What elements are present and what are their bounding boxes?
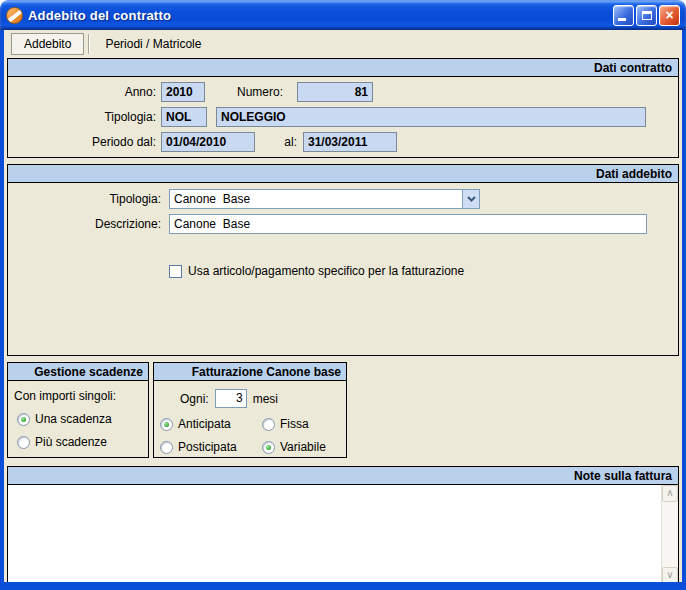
close-icon: × xyxy=(660,6,679,25)
window-controls: × xyxy=(613,5,680,26)
chevron-up-icon: ∧ xyxy=(666,487,673,498)
numero-field: 81 xyxy=(297,82,373,102)
bottom-boxes-row: Gestione scadenze Con importi singoli: U… xyxy=(7,362,679,458)
group-header-dati-contratto: Dati contratto xyxy=(8,59,678,77)
con-importi-singoli-label: Con importi singoli: xyxy=(14,389,144,403)
scroll-up-button[interactable]: ∧ xyxy=(662,485,678,502)
variabile-label: Variabile xyxy=(280,440,326,454)
radio-row-una-scadenza: Una scadenza xyxy=(17,412,144,426)
posticipata-label: Posticipata xyxy=(178,440,237,454)
usa-articolo-checkbox[interactable] xyxy=(169,265,182,278)
tipologia-addebito-label: Tipologia: xyxy=(8,192,161,206)
ogni-mesi-input[interactable]: 3 xyxy=(215,389,247,408)
piu-scadenze-radio[interactable] xyxy=(17,436,30,449)
minimize-button[interactable] xyxy=(613,5,634,26)
periodo-dal-field: 01/04/2010 xyxy=(161,132,255,152)
anticipata-radio[interactable] xyxy=(160,418,173,431)
gestione-scadenze-body: Con importi singoli: Una scadenza Più sc… xyxy=(8,381,148,449)
titlebar: Addebito del contratto × xyxy=(0,0,686,30)
row-periodo: Periodo dal: 01/04/2010 al: 31/03/2011 xyxy=(8,132,678,152)
row-anno-numero: Anno: 2010 Numero: 81 xyxy=(8,82,678,102)
mesi-label: mesi xyxy=(253,392,278,406)
tab-separator xyxy=(88,34,89,54)
radio-cell-posticipata: Posticipata xyxy=(160,440,262,454)
tipologia-addebito-combobox[interactable]: Canone Base xyxy=(169,189,480,209)
anno-field: 2010 xyxy=(161,82,205,102)
fissa-radio[interactable] xyxy=(262,418,275,431)
minimize-icon xyxy=(618,18,626,21)
group-fatturazione-canone-base: Fatturazione Canone base Ogni: 3 mesi An… xyxy=(153,362,347,458)
fissa-label: Fissa xyxy=(280,417,309,431)
app-icon-stripe xyxy=(6,7,23,23)
scroll-down-button[interactable]: ∨ xyxy=(662,567,678,584)
group-header-note-fattura: Note sulla fattura xyxy=(8,467,678,485)
dati-contratto-body: Anno: 2010 Numero: 81 Tipologia: NOL NOL… xyxy=(8,77,678,152)
note-scrollbar[interactable]: ∧ ∨ xyxy=(661,485,678,584)
radio-row-piu-scadenze: Più scadenze xyxy=(17,435,144,449)
window-title: Addebito del contratto xyxy=(28,8,171,23)
tipologia-desc-field: NOLEGGIO xyxy=(216,107,646,127)
descrizione-label: Descrizione: xyxy=(8,217,161,231)
piu-scadenze-label: Più scadenze xyxy=(35,435,107,449)
numero-label: Numero: xyxy=(233,85,283,99)
combobox-dropdown-button[interactable] xyxy=(462,190,479,208)
al-label: al: xyxy=(279,135,297,149)
tab-periodi-matricole[interactable]: Periodi / Matricole xyxy=(93,34,213,54)
periodo-al-field: 31/03/2011 xyxy=(303,132,397,152)
group-dati-addebito: Dati addebito Tipologia: Canone Base Des… xyxy=(7,164,679,356)
group-header-gestione-scadenze: Gestione scadenze xyxy=(8,363,148,381)
tabstrip: Addebito Periodi / Matricole xyxy=(4,30,682,58)
row-tipologia-addebito: Tipologia: Canone Base xyxy=(8,189,678,209)
anno-label: Anno: xyxy=(8,85,156,99)
fatturazione-body: Ogni: 3 mesi Anticipata Fissa xyxy=(154,389,346,454)
combobox-value: Canone Base xyxy=(170,190,462,208)
window: Addebito del contratto × Addebito Period… xyxy=(0,0,686,590)
usa-articolo-label: Usa articolo/pagamento specifico per la … xyxy=(188,264,464,278)
group-dati-contratto: Dati contratto Anno: 2010 Numero: 81 Tip… xyxy=(7,58,679,158)
group-gestione-scadenze: Gestione scadenze Con importi singoli: U… xyxy=(7,362,149,458)
anticipata-label: Anticipata xyxy=(178,417,231,431)
app-icon xyxy=(6,7,23,24)
tipologia-contratto-label: Tipologia: xyxy=(8,110,156,124)
row-tipologia: Tipologia: NOL NOLEGGIO xyxy=(8,107,678,127)
fatturazione-radio-grid: Anticipata Fissa Posticipata Variab xyxy=(160,417,346,454)
group-header-dati-addebito: Dati addebito xyxy=(8,165,678,183)
radio-cell-anticipata: Anticipata xyxy=(160,417,262,431)
una-scadenza-radio[interactable] xyxy=(17,413,30,426)
tab-addebito[interactable]: Addebito xyxy=(11,33,84,55)
tipologia-code-field: NOL xyxy=(161,107,207,127)
chevron-down-icon xyxy=(467,196,476,202)
window-body: Addebito Periodi / Matricole Dati contra… xyxy=(0,30,686,590)
group-header-fatturazione: Fatturazione Canone base xyxy=(154,363,346,381)
row-ogni-mesi: Ogni: 3 mesi xyxy=(180,389,346,408)
row-usa-articolo: Usa articolo/pagamento specifico per la … xyxy=(169,264,678,278)
maximize-button[interactable] xyxy=(636,5,657,26)
group-note-fattura: Note sulla fattura ∧ ∨ xyxy=(7,466,679,585)
variabile-radio[interactable] xyxy=(262,441,275,454)
close-button[interactable]: × xyxy=(659,5,680,26)
radio-cell-fissa: Fissa xyxy=(262,417,346,431)
note-textarea[interactable] xyxy=(8,485,661,584)
descrizione-input[interactable]: Canone Base xyxy=(169,214,647,234)
posticipata-radio[interactable] xyxy=(160,441,173,454)
chevron-down-scroll-icon: ∨ xyxy=(666,569,673,580)
row-descrizione: Descrizione: Canone Base xyxy=(8,214,678,234)
radio-cell-variabile: Variabile xyxy=(262,440,346,454)
una-scadenza-label: Una scadenza xyxy=(35,412,112,426)
ogni-label: Ogni: xyxy=(180,392,209,406)
note-body: ∧ ∨ xyxy=(8,485,678,584)
dati-addebito-body: Tipologia: Canone Base Descrizione: Cano… xyxy=(8,183,678,355)
periodo-dal-label: Periodo dal: xyxy=(8,135,156,149)
maximize-icon xyxy=(642,11,652,20)
